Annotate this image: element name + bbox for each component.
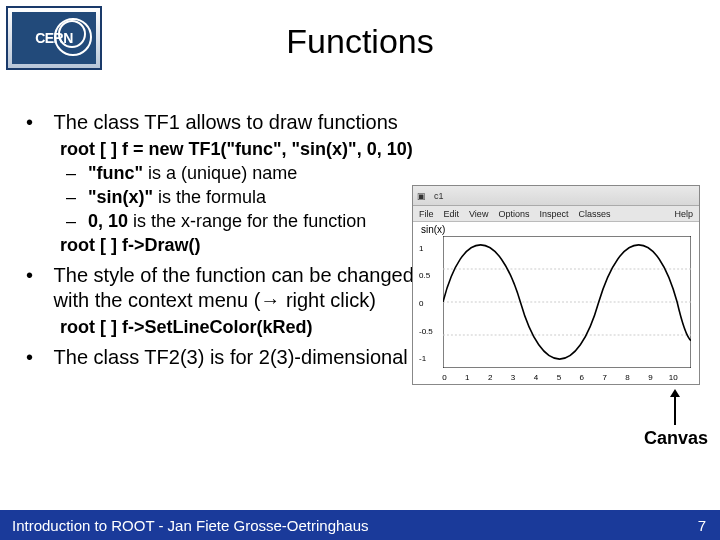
xtick: 6: [580, 373, 584, 382]
menu-file[interactable]: File: [419, 209, 434, 219]
sub-item: "func" is a (unique) name: [60, 162, 704, 185]
xtick: 9: [648, 373, 652, 382]
plot-area: sin(x) 1 0.5 0 -0.5 -1 0 1 2 3 4 5 6 7 8…: [413, 222, 699, 384]
xtick: 7: [602, 373, 606, 382]
ytick: 0: [419, 299, 423, 308]
xtick: 2: [488, 373, 492, 382]
menu-help[interactable]: Help: [674, 209, 693, 219]
canvas-annotation: Canvas: [644, 428, 708, 449]
menu-view[interactable]: View: [469, 209, 488, 219]
xtick: 5: [557, 373, 561, 382]
window-titlebar: ▣ c1: [413, 186, 699, 206]
window-title: c1: [434, 191, 444, 201]
xtick: 4: [534, 373, 538, 382]
footer-text: Introduction to ROOT - Jan Fiete Grosse-…: [12, 517, 369, 534]
window-icon: ▣: [417, 191, 426, 201]
arrow-up-icon: [674, 395, 676, 425]
menu-options[interactable]: Options: [498, 209, 529, 219]
root-canvas-window: ▣ c1 File Edit View Options Inspect Clas…: [412, 185, 700, 385]
xtick: 10: [669, 373, 678, 382]
window-menubar: File Edit View Options Inspect Classes H…: [413, 206, 699, 222]
sine-curve-icon: [443, 236, 691, 368]
xtick: 1: [465, 373, 469, 382]
menu-inspect[interactable]: Inspect: [539, 209, 568, 219]
ytick: 1: [419, 243, 423, 252]
ytick: 0.5: [419, 271, 430, 280]
xtick: 3: [511, 373, 515, 382]
page-title: Functions: [0, 22, 720, 61]
bullet-text: The class TF1 allows to draw functions: [54, 110, 674, 136]
xtick: 0: [442, 373, 446, 382]
menu-classes[interactable]: Classes: [578, 209, 610, 219]
slide-footer: Introduction to ROOT - Jan Fiete Grosse-…: [0, 510, 720, 540]
page-number: 7: [698, 517, 706, 534]
xtick: 8: [625, 373, 629, 382]
code-line: root [ ] f = new TF1("func", "sin(x)", 0…: [60, 138, 704, 161]
axes: [443, 236, 691, 368]
ytick: -1: [419, 354, 426, 363]
ytick: -0.5: [419, 326, 433, 335]
menu-edit[interactable]: Edit: [444, 209, 460, 219]
plot-title: sin(x): [421, 224, 445, 235]
